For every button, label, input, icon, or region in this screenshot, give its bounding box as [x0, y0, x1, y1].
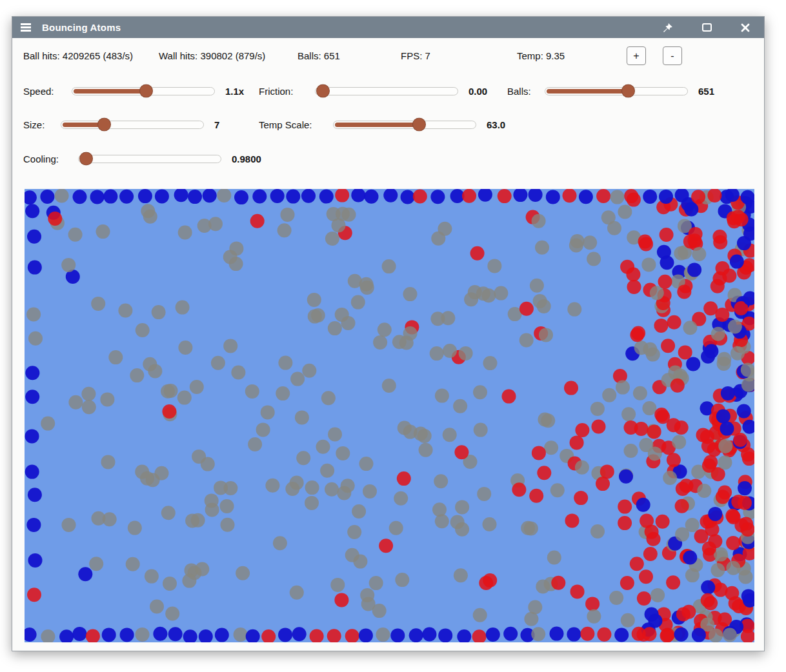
- ball: [138, 189, 152, 203]
- temp-scale-slider[interactable]: [333, 121, 476, 129]
- ball: [741, 629, 754, 642]
- ball: [321, 391, 336, 405]
- ball: [633, 386, 647, 400]
- ball: [539, 328, 553, 342]
- ball: [290, 586, 304, 600]
- ball: [438, 222, 452, 236]
- ball: [360, 281, 374, 295]
- size-slider-thumb[interactable]: [97, 118, 111, 132]
- ball: [737, 236, 751, 250]
- ball: [120, 628, 134, 642]
- close-icon[interactable]: [738, 21, 752, 35]
- ball: [454, 445, 469, 459]
- ball: [305, 480, 319, 495]
- ball: [82, 400, 96, 414]
- ball: [62, 518, 76, 532]
- ball: [675, 499, 689, 513]
- ball: [217, 189, 231, 203]
- balls-label: Balls:: [507, 86, 545, 97]
- ball: [587, 609, 601, 624]
- ball: [688, 233, 702, 248]
- ball: [27, 230, 41, 244]
- ball: [683, 551, 697, 565]
- speed-slider-thumb[interactable]: [139, 84, 153, 98]
- ball: [714, 583, 728, 597]
- friction-slider-thumb[interactable]: [316, 84, 330, 98]
- ball: [182, 574, 196, 588]
- ball: [575, 460, 589, 475]
- temp-scale-label: Temp Scale:: [259, 119, 333, 130]
- menu-icon[interactable]: [19, 21, 33, 35]
- ball: [730, 255, 744, 269]
- cooling-slider-thumb[interactable]: [79, 152, 93, 166]
- ball: [658, 275, 672, 289]
- increase-balls-button[interactable]: +: [627, 46, 646, 65]
- ball: [102, 628, 116, 642]
- ball: [487, 259, 501, 273]
- ball: [654, 319, 669, 333]
- ball: [454, 568, 468, 582]
- ball: [519, 333, 534, 348]
- ball: [278, 628, 292, 642]
- ball: [145, 569, 159, 584]
- cooling-slider[interactable]: [78, 155, 221, 163]
- size-slider[interactable]: [61, 121, 204, 129]
- ball: [683, 321, 698, 335]
- ball: [231, 366, 245, 380]
- ball: [531, 627, 545, 641]
- app-window: Bouncing Atoms Ball hits: 4209265 (483/s…: [12, 16, 765, 651]
- decrease-balls-button[interactable]: -: [663, 46, 682, 65]
- ball: [26, 518, 41, 532]
- ball: [432, 502, 447, 517]
- window-title: Bouncing Atoms: [42, 22, 121, 33]
- ball: [86, 629, 100, 642]
- ball: [342, 208, 356, 222]
- ball: [140, 471, 154, 486]
- ball: [59, 629, 74, 642]
- ball: [462, 189, 476, 203]
- simulation-canvas[interactable]: [25, 189, 754, 642]
- friction-slider[interactable]: [315, 87, 458, 95]
- ball: [597, 628, 611, 642]
- ball: [256, 422, 270, 437]
- maximize-icon[interactable]: [700, 21, 714, 35]
- ball: [195, 562, 209, 577]
- ball: [529, 489, 543, 503]
- ball: [178, 341, 192, 355]
- ball: [301, 189, 316, 203]
- balls-slider[interactable]: [545, 87, 688, 95]
- ball: [335, 308, 349, 322]
- ball: [25, 628, 37, 642]
- ball: [192, 450, 206, 464]
- ball: [379, 539, 393, 553]
- ball: [567, 302, 581, 317]
- ball: [399, 336, 414, 350]
- size-value: 7: [214, 119, 219, 130]
- ball: [103, 190, 117, 204]
- ball: [569, 238, 583, 252]
- temp-scale-slider-thumb[interactable]: [412, 118, 426, 132]
- ball: [28, 261, 42, 275]
- ball: [579, 190, 593, 204]
- speed-value: 1.1x: [225, 86, 244, 97]
- balls-slider-thumb[interactable]: [621, 84, 635, 98]
- pin-icon[interactable]: [661, 21, 675, 35]
- ball: [641, 257, 656, 272]
- ball: [220, 499, 234, 513]
- ball: [430, 346, 444, 361]
- ball: [674, 628, 689, 642]
- ball: [618, 500, 632, 514]
- ball: [148, 364, 162, 378]
- ball: [620, 576, 634, 590]
- speed-slider[interactable]: [72, 87, 215, 95]
- ball: [551, 576, 565, 590]
- ball: [701, 580, 715, 595]
- ball: [537, 466, 551, 480]
- ball: [25, 465, 39, 479]
- ball: [675, 528, 689, 542]
- ball: [136, 628, 150, 642]
- ball: [718, 439, 732, 453]
- ball: [351, 295, 365, 310]
- ball: [335, 189, 349, 203]
- ball: [352, 504, 366, 519]
